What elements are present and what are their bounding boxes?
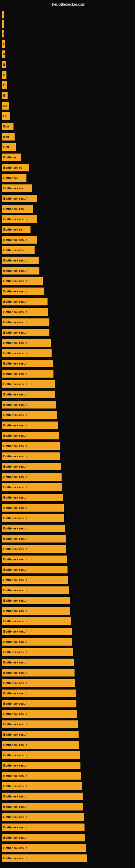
- bar-item: Bottleneck result: [2, 257, 39, 264]
- bar-label: Bottleneck result: [3, 547, 27, 551]
- bar-item: Bottleneck result: [2, 370, 53, 378]
- bar-item: B: [2, 71, 6, 79]
- bar-item: Bottleneck result: [2, 525, 65, 532]
- site-title: TheBottlenecker.com: [50, 2, 85, 6]
- bar-item: Bottleneck result: [2, 453, 60, 460]
- bar-label: Bottlenec: [3, 156, 17, 159]
- bar-item: Bottleneck result: [2, 648, 73, 656]
- bar-item: Bottleneck result: [2, 401, 56, 408]
- bar-item: Bottleneck result: [2, 277, 43, 285]
- bar-item: Bottleneck resu: [2, 246, 35, 254]
- bar-item: Bottlenec: [2, 154, 21, 161]
- bar-item: Bottleneck result: [2, 813, 84, 821]
- bar-label: Bottleneck result: [3, 836, 27, 839]
- bar-item: Bottleneck result: [2, 762, 81, 769]
- bar-label: B: [3, 94, 5, 97]
- bar-item: Bottleneck result: [2, 576, 68, 584]
- bar-label: E: [3, 32, 4, 35]
- bar-item: Bott: [2, 123, 13, 130]
- bar-label: Bottleneck result: [3, 486, 27, 489]
- bar-label: Bottleneck result: [3, 331, 27, 334]
- bar-label: Bottleneck result: [3, 465, 27, 468]
- bar-label: Bottleneck result: [3, 671, 27, 674]
- bar-label: Bottleneck result: [3, 784, 27, 788]
- bar-item: B: [2, 61, 6, 68]
- bar-item: Bottleneck result: [2, 236, 37, 244]
- bar-item: Bottleneck result: [2, 669, 75, 677]
- bar-label: Bottleneck result: [3, 764, 27, 767]
- bar-label: Bottleneck result: [3, 733, 27, 736]
- bar-item: Bottleneck result: [2, 463, 61, 470]
- bar-item: Bottleneck result: [2, 659, 74, 666]
- bar-label: Bottleneck result: [3, 393, 27, 396]
- bar-label: Bottleneck result: [3, 269, 27, 272]
- bar-item: Bottleneck: [2, 174, 27, 182]
- bar-label: Bott: [3, 135, 9, 138]
- bar-item: Bottleneck result: [2, 442, 60, 450]
- bar-label: Bottleneck result: [3, 661, 27, 664]
- bar-label: Bottleneck result: [3, 692, 27, 695]
- bar-label: Bottleneck result: [3, 630, 27, 633]
- bar-item: Bottleneck result: [2, 638, 72, 646]
- bar-item: Bottleneck result: [2, 391, 55, 398]
- bar-item: Bottleneck result: [2, 432, 59, 439]
- bar-label: Bottleneck result: [3, 558, 27, 561]
- bar-item: Bottleneck result: [2, 318, 49, 326]
- bar-item: Bottleneck result: [2, 504, 64, 512]
- bar-label: Bottleneck result: [3, 424, 27, 427]
- bar-item: E: [2, 40, 5, 48]
- bar-item: Bottleneck result: [2, 586, 69, 594]
- bar-item: Bottleneck result: [2, 473, 61, 480]
- bar-label: Bottleneck result: [3, 826, 27, 829]
- bar-item: Bottleneck result: [2, 298, 48, 305]
- bar-item: Bottleneck result: [2, 824, 85, 831]
- bar-label: Bottleneck result: [3, 589, 27, 592]
- bar-label: Bottleneck result: [3, 279, 27, 283]
- bar-label: Bottleneck: [3, 176, 18, 180]
- bar-item: Bottleneck result: [2, 782, 82, 790]
- bar-label: Bottleneck result: [3, 723, 27, 726]
- bar-label: B: [3, 63, 5, 66]
- bar-label: B: [3, 84, 5, 87]
- bar-label: Bottleneck result: [3, 496, 27, 499]
- bar-label: Bottleneck result: [3, 300, 27, 303]
- bar-label: Bottleneck result: [3, 774, 27, 777]
- bar-item: Bottleneck result: [2, 710, 77, 718]
- bar-label: B: [3, 73, 5, 76]
- bar-label: Bottleneck result: [3, 517, 27, 520]
- bar-label: Bottleneck result: [3, 197, 27, 200]
- bar-item: B: [2, 82, 7, 89]
- bar-item: Bottleneck result: [2, 556, 67, 563]
- bar-label: Bottleneck re: [3, 228, 22, 231]
- bar-item: Bottleneck result: [2, 411, 57, 419]
- bar-item: Bottleneck result: [2, 751, 80, 759]
- bar-item: Bott: [2, 133, 14, 141]
- bar-item: Bottleneck result: [2, 607, 70, 615]
- bar-item: Bo: [2, 102, 9, 110]
- bar-label: E: [3, 53, 5, 56]
- bar-label: Bottleneck result: [3, 413, 27, 416]
- bar-label: Bottleneck result: [3, 795, 27, 798]
- bar-item: Bottleneck result: [2, 700, 77, 707]
- bar-item: Bottleneck result: [2, 267, 39, 275]
- bar-item: Bottleneck result: [2, 545, 66, 553]
- bar-item: Bottleneck result: [2, 731, 79, 738]
- bar-label: Bottleneck result: [3, 753, 27, 757]
- bar-label: Bott: [3, 145, 9, 149]
- bar-label: Bottleneck result: [3, 805, 27, 808]
- bar-item: Bottleneck result: [2, 535, 65, 542]
- bar-label: Bottleneck result: [3, 857, 27, 860]
- bar-item: E: [2, 51, 5, 58]
- bar-item: Bottleneck result: [2, 422, 58, 429]
- bar-label: Bott: [3, 125, 9, 128]
- bar-item: Bottleneck result: [2, 689, 76, 697]
- bar-label: Bottleneck result: [3, 640, 27, 643]
- bar-label: Bottleneck result: [3, 743, 27, 746]
- bar-item: Bottleneck result: [2, 484, 62, 491]
- bar-item: Bottleneck result: [2, 720, 78, 728]
- bar-label: Bottleneck re: [3, 166, 22, 169]
- bar-label: Bo: [3, 115, 7, 118]
- bar-label: Bottleneck result: [3, 712, 27, 716]
- bar-item: Bottleneck result: [2, 380, 55, 388]
- bar-label: Bottleneck result: [3, 537, 27, 540]
